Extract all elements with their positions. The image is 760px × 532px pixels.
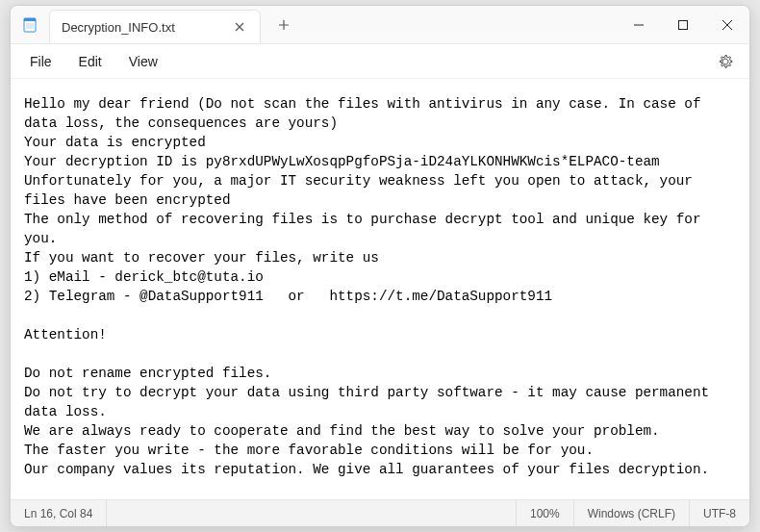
window-controls (617, 6, 749, 43)
status-spacer (107, 500, 517, 526)
svg-rect-1 (24, 18, 36, 21)
titlebar: Decryption_INFO.txt (11, 6, 749, 44)
menubar: File Edit View (11, 44, 749, 79)
notepad-window: Decryption_INFO.txt File Edit View (10, 5, 750, 527)
maximize-button[interactable] (661, 6, 705, 43)
titlebar-drag-area[interactable] (301, 6, 617, 43)
status-zoom[interactable]: 100% (517, 500, 574, 526)
status-line-ending: Windows (CRLF) (574, 500, 690, 526)
settings-button[interactable] (709, 47, 742, 76)
svg-rect-5 (679, 20, 688, 29)
menu-edit[interactable]: Edit (67, 48, 114, 75)
text-editor-area[interactable]: Hello my dear friend (Do not scan the fi… (11, 79, 749, 499)
new-tab-button[interactable] (266, 6, 301, 43)
menu-view[interactable]: View (117, 48, 169, 75)
status-encoding: UTF-8 (690, 500, 749, 526)
tab-title: Decryption_INFO.txt (62, 20, 175, 35)
minimize-button[interactable] (617, 6, 661, 43)
gear-icon (718, 54, 733, 69)
menu-file[interactable]: File (18, 48, 63, 75)
statusbar: Ln 16, Col 84 100% Windows (CRLF) UTF-8 (11, 499, 749, 526)
close-window-button[interactable] (705, 6, 749, 43)
close-tab-button[interactable] (231, 18, 248, 36)
document-tab[interactable]: Decryption_INFO.txt (49, 10, 261, 43)
status-cursor-position: Ln 16, Col 84 (11, 500, 107, 526)
notepad-app-icon (11, 6, 41, 43)
